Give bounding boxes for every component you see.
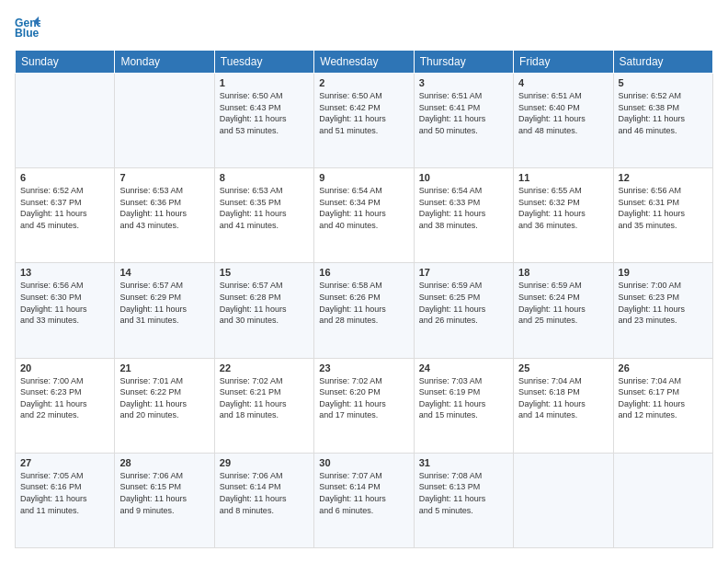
svg-text:Blue: Blue <box>15 27 40 40</box>
day-number: 25 <box>518 362 608 373</box>
day-info: Sunrise: 6:51 AM Sunset: 6:41 PM Dayligh… <box>419 90 508 136</box>
day-number: 17 <box>419 267 508 278</box>
day-number: 1 <box>220 77 309 88</box>
day-info: Sunrise: 7:03 AM Sunset: 6:19 PM Dayligh… <box>419 375 508 421</box>
day-cell: 8Sunrise: 6:53 AM Sunset: 6:35 PM Daylig… <box>214 168 313 263</box>
day-cell: 21Sunrise: 7:01 AM Sunset: 6:22 PM Dayli… <box>115 358 214 453</box>
day-cell: 18Sunrise: 6:59 AM Sunset: 6:24 PM Dayli… <box>514 263 613 358</box>
day-info: Sunrise: 6:51 AM Sunset: 6:40 PM Dayligh… <box>518 90 608 136</box>
day-info: Sunrise: 7:02 AM Sunset: 6:20 PM Dayligh… <box>319 375 408 421</box>
week-row-5: 27Sunrise: 7:05 AM Sunset: 6:16 PM Dayli… <box>16 453 713 547</box>
col-header-sunday: Sunday <box>16 51 115 74</box>
day-cell: 24Sunrise: 7:03 AM Sunset: 6:19 PM Dayli… <box>414 358 513 453</box>
day-cell: 11Sunrise: 6:55 AM Sunset: 6:32 PM Dayli… <box>514 168 613 263</box>
day-cell <box>613 453 712 547</box>
day-info: Sunrise: 7:00 AM Sunset: 6:23 PM Dayligh… <box>619 280 708 326</box>
day-number: 20 <box>20 362 109 373</box>
logo: General Blue <box>15 15 42 40</box>
day-number: 29 <box>220 457 309 468</box>
col-header-friday: Friday <box>514 51 613 74</box>
day-cell: 2Sunrise: 6:50 AM Sunset: 6:42 PM Daylig… <box>314 74 414 168</box>
day-info: Sunrise: 6:58 AM Sunset: 6:26 PM Dayligh… <box>319 280 408 326</box>
day-info: Sunrise: 6:56 AM Sunset: 6:30 PM Dayligh… <box>20 280 109 326</box>
day-cell: 20Sunrise: 7:00 AM Sunset: 6:23 PM Dayli… <box>16 358 115 453</box>
day-cell: 13Sunrise: 6:56 AM Sunset: 6:30 PM Dayli… <box>16 263 115 358</box>
day-info: Sunrise: 6:54 AM Sunset: 6:33 PM Dayligh… <box>419 185 508 231</box>
day-info: Sunrise: 7:02 AM Sunset: 6:21 PM Dayligh… <box>220 375 309 421</box>
day-cell: 16Sunrise: 6:58 AM Sunset: 6:26 PM Dayli… <box>314 263 414 358</box>
col-header-thursday: Thursday <box>414 51 513 74</box>
day-number: 7 <box>119 172 209 183</box>
week-row-1: 1Sunrise: 6:50 AM Sunset: 6:43 PM Daylig… <box>16 74 713 168</box>
day-number: 11 <box>518 172 608 183</box>
day-info: Sunrise: 6:52 AM Sunset: 6:38 PM Dayligh… <box>619 90 708 136</box>
day-info: Sunrise: 7:07 AM Sunset: 6:14 PM Dayligh… <box>319 470 408 516</box>
day-info: Sunrise: 6:50 AM Sunset: 6:43 PM Dayligh… <box>220 90 309 136</box>
day-info: Sunrise: 7:04 AM Sunset: 6:17 PM Dayligh… <box>619 375 708 421</box>
day-cell: 22Sunrise: 7:02 AM Sunset: 6:21 PM Dayli… <box>214 358 313 453</box>
col-header-wednesday: Wednesday <box>314 51 414 74</box>
day-number: 10 <box>419 172 508 183</box>
day-number: 8 <box>220 172 309 183</box>
logo-icon: General Blue <box>15 15 40 40</box>
day-cell: 31Sunrise: 7:08 AM Sunset: 6:13 PM Dayli… <box>414 453 513 547</box>
day-number: 6 <box>20 172 109 183</box>
day-cell: 26Sunrise: 7:04 AM Sunset: 6:17 PM Dayli… <box>613 358 712 453</box>
calendar-table: SundayMondayTuesdayWednesdayThursdayFrid… <box>15 50 713 548</box>
day-cell: 3Sunrise: 6:51 AM Sunset: 6:41 PM Daylig… <box>414 74 513 168</box>
day-info: Sunrise: 6:54 AM Sunset: 6:34 PM Dayligh… <box>319 185 408 231</box>
day-cell: 4Sunrise: 6:51 AM Sunset: 6:40 PM Daylig… <box>514 74 613 168</box>
day-number: 13 <box>20 267 109 278</box>
day-number: 12 <box>619 172 708 183</box>
day-cell <box>16 74 115 168</box>
day-cell: 17Sunrise: 6:59 AM Sunset: 6:25 PM Dayli… <box>414 263 513 358</box>
day-cell: 6Sunrise: 6:52 AM Sunset: 6:37 PM Daylig… <box>16 168 115 263</box>
week-row-3: 13Sunrise: 6:56 AM Sunset: 6:30 PM Dayli… <box>16 263 713 358</box>
day-number: 30 <box>319 457 408 468</box>
day-cell: 9Sunrise: 6:54 AM Sunset: 6:34 PM Daylig… <box>314 168 414 263</box>
day-info: Sunrise: 6:53 AM Sunset: 6:35 PM Dayligh… <box>220 185 309 231</box>
day-number: 19 <box>619 267 708 278</box>
day-cell: 30Sunrise: 7:07 AM Sunset: 6:14 PM Dayli… <box>314 453 414 547</box>
day-number: 24 <box>419 362 508 373</box>
day-cell: 23Sunrise: 7:02 AM Sunset: 6:20 PM Dayli… <box>314 358 414 453</box>
day-cell: 25Sunrise: 7:04 AM Sunset: 6:18 PM Dayli… <box>514 358 613 453</box>
day-info: Sunrise: 6:59 AM Sunset: 6:24 PM Dayligh… <box>518 280 608 326</box>
col-header-tuesday: Tuesday <box>214 51 313 74</box>
day-number: 5 <box>619 77 708 88</box>
day-number: 3 <box>419 77 508 88</box>
day-cell: 29Sunrise: 7:06 AM Sunset: 6:14 PM Dayli… <box>214 453 313 547</box>
day-info: Sunrise: 6:57 AM Sunset: 6:28 PM Dayligh… <box>220 280 309 326</box>
page-header: General Blue <box>15 15 713 40</box>
day-header-row: SundayMondayTuesdayWednesdayThursdayFrid… <box>16 51 713 74</box>
day-number: 16 <box>319 267 408 278</box>
day-cell: 1Sunrise: 6:50 AM Sunset: 6:43 PM Daylig… <box>214 74 313 168</box>
day-info: Sunrise: 6:59 AM Sunset: 6:25 PM Dayligh… <box>419 280 508 326</box>
day-number: 27 <box>20 457 109 468</box>
day-number: 4 <box>518 77 608 88</box>
day-number: 2 <box>319 77 408 88</box>
day-cell: 7Sunrise: 6:53 AM Sunset: 6:36 PM Daylig… <box>115 168 214 263</box>
day-info: Sunrise: 6:55 AM Sunset: 6:32 PM Dayligh… <box>518 185 608 231</box>
day-info: Sunrise: 6:53 AM Sunset: 6:36 PM Dayligh… <box>119 185 209 231</box>
day-info: Sunrise: 7:06 AM Sunset: 6:14 PM Dayligh… <box>220 470 309 516</box>
day-info: Sunrise: 6:56 AM Sunset: 6:31 PM Dayligh… <box>619 185 708 231</box>
day-number: 28 <box>119 457 209 468</box>
day-number: 26 <box>619 362 708 373</box>
day-cell: 12Sunrise: 6:56 AM Sunset: 6:31 PM Dayli… <box>613 168 712 263</box>
day-number: 21 <box>119 362 209 373</box>
day-number: 31 <box>419 457 508 468</box>
day-number: 22 <box>220 362 309 373</box>
day-cell: 10Sunrise: 6:54 AM Sunset: 6:33 PM Dayli… <box>414 168 513 263</box>
col-header-monday: Monday <box>115 51 214 74</box>
day-info: Sunrise: 6:50 AM Sunset: 6:42 PM Dayligh… <box>319 90 408 136</box>
day-number: 9 <box>319 172 408 183</box>
day-info: Sunrise: 7:08 AM Sunset: 6:13 PM Dayligh… <box>419 470 508 516</box>
day-cell: 15Sunrise: 6:57 AM Sunset: 6:28 PM Dayli… <box>214 263 313 358</box>
day-cell <box>514 453 613 547</box>
day-cell: 27Sunrise: 7:05 AM Sunset: 6:16 PM Dayli… <box>16 453 115 547</box>
day-number: 14 <box>119 267 209 278</box>
week-row-2: 6Sunrise: 6:52 AM Sunset: 6:37 PM Daylig… <box>16 168 713 263</box>
week-row-4: 20Sunrise: 7:00 AM Sunset: 6:23 PM Dayli… <box>16 358 713 453</box>
day-cell <box>115 74 214 168</box>
